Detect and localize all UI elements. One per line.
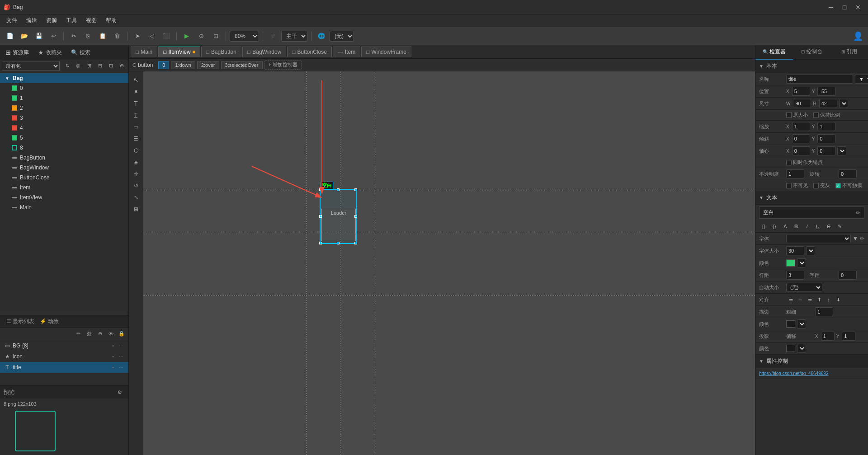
resize-bm[interactable] (337, 242, 340, 244)
left-tab-favorites[interactable]: ★ 收藏夹 (35, 47, 65, 58)
dl-item-icon[interactable]: ★ icon • ⋯ (0, 351, 128, 362)
tool-grid[interactable]: ⊞ (131, 204, 141, 214)
menu-file[interactable]: 文件 (2, 15, 22, 26)
toolbar-user[interactable]: 👤 (852, 30, 864, 42)
strokecolor-select[interactable]: ▼ (797, 319, 806, 328)
shadow-y-input[interactable] (842, 332, 855, 341)
scale-x-input[interactable] (792, 122, 810, 131)
stroke-bold-input[interactable] (815, 307, 833, 316)
toolbar-preview[interactable]: ⬛ (160, 30, 173, 42)
lt-expand[interactable]: ⊕ (117, 61, 127, 71)
size-w-input[interactable] (793, 99, 811, 108)
state-1-btn[interactable]: 1:down (171, 61, 195, 69)
right-tab-inspector[interactable]: 🔍 检查器 (755, 45, 793, 60)
color-swatch[interactable] (786, 259, 795, 267)
dl-add[interactable]: ⊕ (95, 329, 105, 339)
tab-main[interactable]: □ Main (131, 47, 157, 57)
close-button[interactable]: ✕ (852, 1, 864, 14)
anchor-checkbox[interactable] (786, 160, 792, 165)
tree-item-2[interactable]: 2 (0, 103, 128, 113)
name-type-select[interactable]: ▼ (855, 75, 868, 84)
toolbar-arrow2[interactable]: ◁ (146, 30, 158, 42)
tab-windowframe[interactable]: □ WindowFrame (361, 47, 411, 57)
dl-eye[interactable]: 👁 (106, 329, 116, 339)
pivot-x-input[interactable] (792, 146, 810, 155)
resize-mr[interactable] (354, 215, 357, 218)
skew-y-input[interactable] (817, 134, 835, 143)
tool-move[interactable]: ✛ (131, 169, 141, 179)
remote-select[interactable]: (无) (330, 31, 354, 42)
branch-select[interactable]: 主干 (281, 31, 307, 42)
autosize-select[interactable]: (无) (786, 283, 822, 292)
tool-select[interactable]: ↖ (131, 75, 141, 85)
tab-itemview[interactable]: □ ItemView (158, 47, 200, 57)
toolbar-paste[interactable]: 📋 (96, 30, 109, 42)
align-bottom[interactable]: ⬇ (834, 295, 843, 304)
invisible-checkbox[interactable] (786, 183, 792, 188)
align-left[interactable]: ⬅ (786, 295, 795, 304)
gray-checkbox[interactable] (813, 183, 819, 188)
gray-check[interactable]: 变灰 (813, 182, 830, 189)
tab-bagwindow[interactable]: □ BagWindow (242, 47, 286, 57)
original-size-check[interactable]: 原大小 (786, 112, 808, 118)
pos-y-input[interactable] (817, 87, 835, 96)
maximize-button[interactable]: □ (838, 1, 851, 14)
tab-item[interactable]: — Item (333, 47, 360, 57)
color-select[interactable]: ▼ (797, 258, 806, 267)
tree-item-bag[interactable]: ▼ Bag (0, 73, 128, 83)
package-select[interactable]: 所有包 (2, 61, 60, 71)
zoom-select[interactable]: 80% 100% 50% (230, 31, 259, 42)
tool-curly[interactable]: {} (770, 222, 779, 231)
tool-strikethrough[interactable]: S (824, 222, 833, 231)
lt-grid-view[interactable]: ⊟ (95, 61, 105, 71)
preview-settings[interactable]: ⚙ (115, 387, 125, 397)
menu-assets[interactable]: 资源 (42, 15, 61, 26)
text-content-area[interactable]: 空白 ✏ (759, 206, 864, 219)
tool-pen[interactable]: ✦ (129, 84, 143, 99)
dl-bg-dot[interactable]: • (109, 342, 117, 349)
text-section-header[interactable]: ▼ 文本 (755, 191, 868, 205)
toolbar-delete[interactable]: 🗑 (111, 30, 123, 42)
dl-title-more[interactable]: ⋯ (118, 364, 125, 371)
left-tab-assets[interactable]: ⊞ 资源库 (3, 47, 32, 58)
resize-ml[interactable] (319, 215, 322, 218)
anchor-check[interactable]: 同时作为锚点 (786, 159, 823, 166)
opacity-input[interactable] (786, 169, 804, 178)
loader-element[interactable]: Loader (321, 209, 356, 241)
align-center[interactable]: ↔ (796, 295, 805, 304)
tree-item-0[interactable]: 0 (0, 83, 128, 93)
resize-bl[interactable] (319, 242, 322, 244)
properties-section-header[interactable]: ▼ 属性控制 (755, 355, 868, 368)
right-tab-ref[interactable]: ⊞ 引用 (830, 45, 868, 60)
name-input[interactable] (786, 75, 853, 84)
toolbar-arrow[interactable]: ➤ (131, 30, 144, 42)
dl-pencil[interactable]: ✏ (73, 329, 83, 339)
tree-item-itemview[interactable]: ItemView (0, 192, 128, 202)
tree-item-bagbutton[interactable]: BagButton (0, 153, 128, 163)
stroke-color-swatch[interactable] (786, 320, 795, 328)
touchable-checkbox[interactable]: ✓ (835, 183, 841, 188)
tool-text[interactable]: T (131, 99, 141, 108)
pivot-y-input[interactable] (817, 146, 835, 155)
invisible-check[interactable]: 不可见 (786, 182, 808, 189)
dl-item-title[interactable]: T title • ⋯ (0, 362, 128, 373)
lt-refresh[interactable]: ↻ (62, 61, 72, 71)
tool-A[interactable]: A (781, 222, 790, 231)
resize-tr[interactable] (354, 188, 357, 191)
skew-x-input[interactable] (792, 134, 810, 143)
toolbar-undo[interactable]: ↩ (47, 30, 60, 42)
menu-edit[interactable]: 编辑 (22, 15, 42, 26)
tree-item-5[interactable]: 5 (0, 133, 128, 143)
tool-list[interactable]: ☰ (131, 134, 141, 144)
toolbar-new[interactable]: 📄 (4, 30, 16, 42)
menu-view[interactable]: 视图 (81, 15, 101, 26)
canvas-workspace[interactable]: 空白 Loader (143, 71, 755, 455)
tool-rect[interactable]: ▭ (131, 122, 141, 132)
left-tab-search[interactable]: 🔍 搜索 (68, 47, 93, 58)
toolbar-globe[interactable]: 🌐 (315, 30, 328, 42)
lt-locate[interactable]: ◎ (73, 61, 83, 71)
shadow-x-input[interactable] (821, 332, 835, 341)
tool-rotate[interactable]: ↺ (131, 181, 141, 191)
fontsize-select[interactable]: ▼ (806, 246, 815, 255)
dl-item-bg[interactable]: ▭ BG {8} • ⋯ (0, 340, 128, 351)
